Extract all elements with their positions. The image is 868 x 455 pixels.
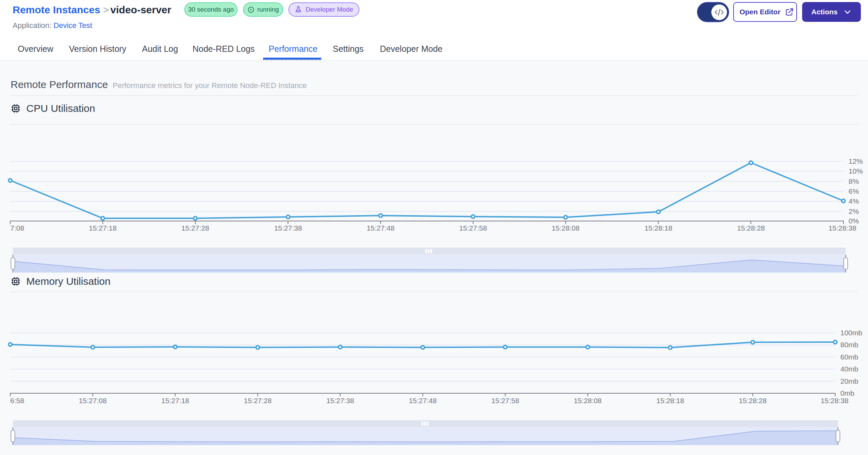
svg-text:15:27:18: 15:27:18 <box>89 224 117 232</box>
svg-text:15:28:38: 15:28:38 <box>828 224 856 232</box>
svg-text:15:27:38: 15:27:38 <box>326 397 354 405</box>
svg-text:4%: 4% <box>849 197 859 205</box>
svg-text:6:58: 6:58 <box>10 397 24 405</box>
svg-text:60mb: 60mb <box>840 353 858 361</box>
svg-text:7:08: 7:08 <box>10 224 24 232</box>
svg-text:15:28:28: 15:28:28 <box>737 224 765 232</box>
svg-text:15:27:18: 15:27:18 <box>161 397 189 405</box>
svg-text:8%: 8% <box>849 177 859 185</box>
svg-text:15:28:28: 15:28:28 <box>739 397 767 405</box>
svg-text:15:27:58: 15:27:58 <box>491 397 519 405</box>
svg-text:20mb: 20mb <box>840 377 858 385</box>
svg-text:0mb: 0mb <box>840 389 854 397</box>
svg-text:15:28:18: 15:28:18 <box>644 224 672 232</box>
svg-text:80mb: 80mb <box>840 341 858 349</box>
svg-text:6%: 6% <box>849 187 859 195</box>
svg-text:15:28:18: 15:28:18 <box>656 397 684 405</box>
svg-text:15:28:08: 15:28:08 <box>552 224 580 232</box>
svg-text:15:27:58: 15:27:58 <box>459 224 487 232</box>
svg-text:0%: 0% <box>849 217 859 225</box>
svg-text:100mb: 100mb <box>840 329 862 337</box>
svg-text:2%: 2% <box>849 207 859 215</box>
svg-text:15:27:28: 15:27:28 <box>181 224 209 232</box>
svg-text:15:27:48: 15:27:48 <box>409 397 437 405</box>
svg-text:15:27:08: 15:27:08 <box>79 397 107 405</box>
svg-text:15:28:38: 15:28:38 <box>821 397 849 405</box>
svg-text:10%: 10% <box>849 167 863 175</box>
svg-text:15:27:48: 15:27:48 <box>367 224 395 232</box>
svg-text:40mb: 40mb <box>840 365 858 373</box>
svg-text:15:27:38: 15:27:38 <box>274 224 302 232</box>
svg-text:12%: 12% <box>849 157 863 165</box>
svg-text:15:28:08: 15:28:08 <box>574 397 602 405</box>
svg-text:15:27:28: 15:27:28 <box>244 397 272 405</box>
